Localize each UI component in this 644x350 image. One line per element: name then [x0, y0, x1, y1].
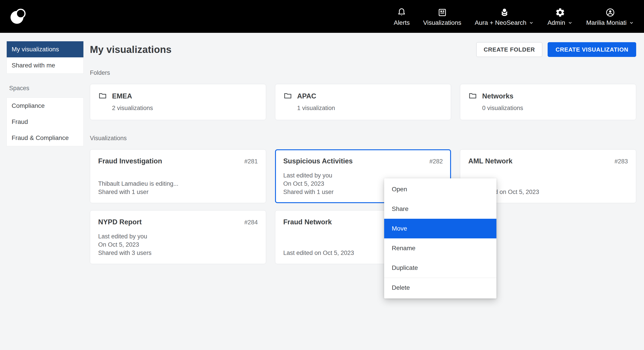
folder-name: EMEA [112, 92, 132, 100]
chevron-down-icon [568, 20, 573, 25]
context-menu: Open Share Move Rename Duplicate Delete [384, 178, 496, 298]
sidebar-primary-group: My visualizations Shared with me [6, 41, 84, 74]
sidebar-item-compliance[interactable]: Compliance [7, 98, 84, 114]
folders-section-label: Folders [90, 69, 636, 76]
folders-grid: EMEA 2 visualizations APAC 1 visualizati… [90, 84, 636, 120]
viz-meta-line: Last edited by you [98, 232, 258, 241]
viz-card-fraud-investigation[interactable]: Fraud Investigation #281 Thibault Lamadi… [90, 149, 266, 203]
viz-id: #283 [614, 158, 628, 165]
viz-title: NYPD Report [98, 218, 142, 226]
menu-item-move[interactable]: Move [384, 219, 496, 238]
folder-count: 0 visualizations [482, 105, 628, 112]
folder-count: 2 visualizations [112, 105, 258, 112]
sidebar-item-fraud-and-compliance[interactable]: Fraud & Compliance [7, 130, 84, 146]
folder-icon [283, 91, 292, 101]
navbar-menu: Alerts Visualizations [394, 7, 634, 26]
folder-count: 1 visualization [297, 105, 443, 112]
app-logo[interactable] [9, 7, 28, 26]
sidebar-item-my-visualizations[interactable]: My visualizations [7, 41, 84, 57]
menu-item-share[interactable]: Share [384, 199, 496, 219]
nav-item-alerts[interactable]: Alerts [394, 7, 410, 26]
sidebar-item-fraud[interactable]: Fraud [7, 114, 84, 130]
folder-card-emea[interactable]: EMEA 2 visualizations [90, 84, 266, 120]
viz-title: Fraud Network [283, 218, 332, 226]
viz-meta-line: On Oct 5, 2023 [98, 241, 258, 249]
menu-item-duplicate[interactable]: Duplicate [384, 258, 496, 278]
sidebar: My visualizations Shared with me Spaces … [6, 41, 84, 146]
page-title: My visualizations [90, 44, 172, 55]
viz-meta-line: Thibault Lamadieu is editing... [98, 180, 258, 188]
database-icon [499, 7, 510, 18]
chevron-down-icon [528, 20, 534, 25]
top-navbar: Alerts Visualizations [0, 0, 644, 33]
folder-icon [98, 91, 107, 101]
visualizations-grid: Fraud Investigation #281 Thibault Lamadi… [90, 149, 636, 264]
sidebar-item-label: My visualizations [12, 46, 59, 53]
viz-card-nypd-report[interactable]: NYPD Report #284 Last edited by you On O… [90, 210, 266, 264]
menu-item-rename[interactable]: Rename [384, 238, 496, 258]
viz-meta-line: Shared with 3 users [98, 249, 258, 257]
main-content: My visualizations CREATE FOLDER CREATE V… [90, 33, 636, 264]
folder-name: APAC [297, 92, 316, 100]
viz-meta-line: Shared with 1 user [98, 188, 258, 196]
logo-icon [9, 7, 28, 26]
chevron-down-icon [629, 20, 634, 25]
viz-id: #282 [429, 158, 443, 165]
nav-label-aura-neosearch: Aura + NeoSearch [475, 19, 526, 26]
nav-label-user: Marilia Moniati [586, 19, 627, 26]
menu-item-open[interactable]: Open [384, 179, 496, 199]
viz-id: #281 [244, 158, 258, 165]
nav-item-admin[interactable]: Admin [548, 7, 573, 26]
nav-label-admin: Admin [548, 19, 565, 26]
viz-title: Suspicious Activities [283, 157, 353, 165]
nav-label-alerts: Alerts [394, 19, 410, 26]
spaces-section-label: Spaces [9, 85, 84, 92]
create-folder-button[interactable]: CREATE FOLDER [476, 42, 542, 57]
viz-title: Fraud Investigation [98, 157, 162, 165]
sidebar-item-shared-with-me[interactable]: Shared with me [7, 57, 84, 73]
viz-title: AML Network [468, 157, 512, 165]
folder-icon [468, 91, 477, 101]
visualizations-section-label: Visualizations [90, 135, 636, 142]
nav-item-aura-neosearch[interactable]: Aura + NeoSearch [475, 7, 534, 26]
folder-card-apac[interactable]: APAC 1 visualization [275, 84, 451, 120]
folder-card-networks[interactable]: Networks 0 visualizations [460, 84, 636, 120]
nav-label-visualizations: Visualizations [423, 19, 461, 26]
article-icon [437, 7, 448, 18]
nav-item-visualizations[interactable]: Visualizations [423, 7, 461, 26]
sidebar-spaces-group: Compliance Fraud Fraud & Compliance [6, 98, 84, 146]
viz-meta-line [98, 172, 258, 180]
create-visualization-button[interactable]: CREATE VISUALIZATION [548, 42, 636, 57]
folder-name: Networks [482, 92, 514, 100]
sidebar-item-label: Compliance [12, 102, 45, 109]
sidebar-item-label: Fraud & Compliance [12, 134, 69, 142]
sidebar-item-label: Fraud [12, 118, 28, 126]
menu-item-delete[interactable]: Delete [384, 278, 496, 297]
nav-item-user-account[interactable]: Marilia Moniati [586, 7, 634, 26]
account-icon [605, 7, 616, 18]
sidebar-item-label: Shared with me [12, 62, 55, 69]
gear-icon [555, 7, 565, 18]
bell-icon [396, 7, 407, 18]
viz-id: #284 [244, 219, 258, 226]
